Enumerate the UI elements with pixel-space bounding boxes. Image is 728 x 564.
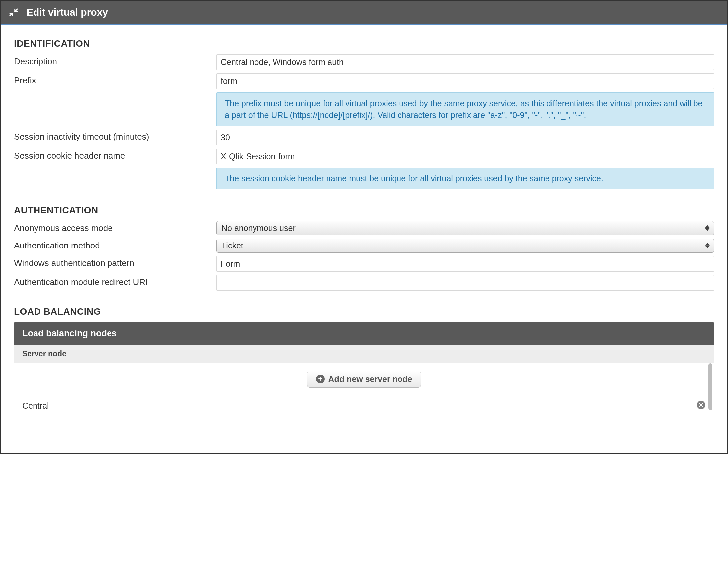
description-input[interactable]	[216, 54, 714, 70]
anonymous-mode-value: No anonymous user	[221, 223, 296, 233]
dialog-title: Edit virtual proxy	[27, 7, 108, 18]
section-separator	[14, 427, 714, 427]
auth-redirect-label: Authentication module redirect URI	[14, 275, 210, 287]
anonymous-mode-label: Anonymous access mode	[14, 221, 210, 233]
auth-method-label: Authentication method	[14, 239, 210, 251]
server-node-row: Central	[14, 395, 714, 417]
cookie-info-box: The session cookie header name must be u…	[216, 168, 714, 189]
load-balancing-panel: Load balancing nodes Server node + Add n…	[14, 322, 714, 417]
edit-virtual-proxy-dialog: Edit virtual proxy IDENTIFICATION Descri…	[0, 0, 728, 454]
add-server-node-row: + Add new server node	[14, 363, 714, 395]
remove-node-button[interactable]	[696, 400, 706, 412]
cookie-input[interactable]	[216, 149, 714, 164]
section-loadbalancing-heading: LOAD BALANCING	[14, 306, 714, 317]
cookie-label: Session cookie header name	[14, 149, 210, 161]
select-spinner-icon	[705, 225, 710, 231]
prefix-input[interactable]	[216, 73, 714, 89]
description-label: Description	[14, 54, 210, 67]
timeout-label: Session inactivity timeout (minutes)	[14, 130, 210, 142]
section-separator	[14, 199, 714, 199]
server-node-name: Central	[22, 401, 49, 411]
auth-redirect-input[interactable]	[216, 275, 714, 291]
win-auth-pattern-label: Windows authentication pattern	[14, 256, 210, 268]
add-server-node-button[interactable]: + Add new server node	[307, 371, 421, 388]
win-auth-pattern-input[interactable]	[216, 256, 714, 272]
prefix-info-box: The prefix must be unique for all virtua…	[216, 92, 714, 126]
load-balancing-panel-title: Load balancing nodes	[14, 322, 714, 345]
prefix-label: Prefix	[14, 73, 210, 86]
auth-method-value: Ticket	[221, 241, 243, 250]
add-server-node-label: Add new server node	[328, 374, 412, 384]
section-authentication-heading: AUTHENTICATION	[14, 205, 714, 216]
collapse-icon	[9, 7, 19, 17]
select-spinner-icon	[705, 243, 710, 248]
plus-circle-icon: +	[316, 375, 325, 383]
dialog-content: IDENTIFICATION Description Prefix The pr…	[1, 25, 727, 453]
anonymous-mode-select[interactable]: No anonymous user	[216, 221, 714, 235]
timeout-input[interactable]	[216, 130, 714, 145]
section-identification-heading: IDENTIFICATION	[14, 38, 714, 49]
server-node-column-header: Server node	[14, 345, 714, 363]
auth-method-select[interactable]: Ticket	[216, 239, 714, 253]
section-separator	[14, 300, 714, 300]
dialog-title-bar: Edit virtual proxy	[1, 1, 727, 25]
